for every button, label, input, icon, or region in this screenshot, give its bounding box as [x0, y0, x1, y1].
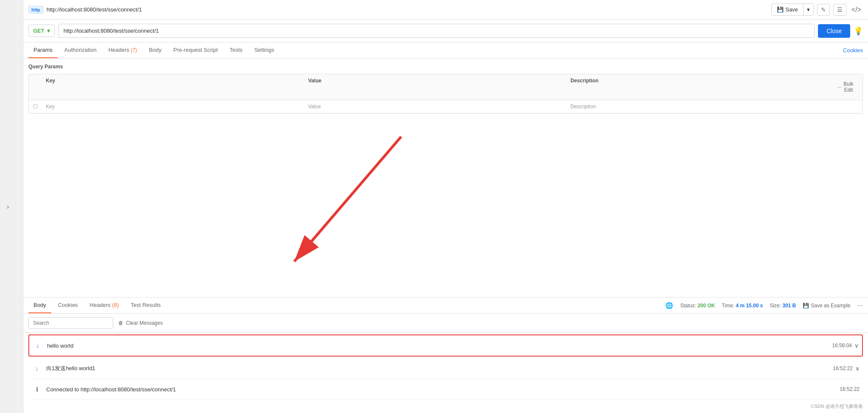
watermark: CSDN @谁不想飞舞青春: [23, 400, 868, 413]
edit-button[interactable]: ✎: [817, 4, 830, 16]
doc-button[interactable]: ☰: [833, 4, 846, 16]
tab-pre-request-script[interactable]: Pre-request Script: [168, 42, 223, 58]
download-icon: ↓: [36, 342, 39, 349]
size-value: 301 B: [782, 303, 796, 309]
save-as-example-button[interactable]: 💾 Save as Example: [803, 303, 850, 309]
info-icon: ℹ: [36, 386, 38, 393]
message-time: 16:52:22 ∨: [833, 365, 860, 372]
params-header-value: Value: [304, 74, 567, 100]
params-header-description: Description: [566, 74, 829, 100]
params-header-key: Key: [42, 74, 304, 100]
tab-headers[interactable]: Headers (7): [103, 42, 142, 58]
request-tabs: Params Authorization Headers (7) Body Pr…: [23, 42, 868, 59]
status-value: 200 OK: [698, 303, 715, 309]
tab-response-test-results[interactable]: Test Results: [126, 298, 166, 313]
query-params-section: Query Params Key Value Description ··· B…: [23, 59, 868, 119]
response-status-bar: 🌐 Status: 200 OK Time: 4 m 15.00 s Size:…: [665, 298, 863, 313]
arrow-annotation: [23, 119, 868, 297]
messages-list: ↓ hello world 16:56:04 ∨ ↓ 向1发送hello wor…: [23, 334, 868, 400]
message-text: 向1发送hello world1: [46, 365, 833, 372]
top-bar-actions: 💾 Save ▾ ✎ ☰ </>: [771, 3, 863, 16]
sidebar-toggle-button[interactable]: ›: [7, 203, 9, 211]
response-more-button[interactable]: ···: [857, 302, 863, 309]
save-disk-icon: 💾: [777, 6, 784, 13]
url-input[interactable]: http://localhost:8080/test/sse/connect/1: [58, 24, 815, 38]
doc-icon: ☰: [837, 6, 843, 13]
response-tabs: Body Cookies Headers (8) Test Results 🌐 …: [23, 298, 868, 314]
code-icon: </>: [851, 6, 861, 13]
tab-response-cookies[interactable]: Cookies: [53, 298, 83, 313]
content-spacer: [23, 119, 868, 297]
params-header-checkbox: [29, 74, 42, 100]
save-button-group: 💾 Save ▾: [771, 3, 814, 16]
url-bar: GET ▾ http://localhost:8080/test/sse/con…: [23, 20, 868, 42]
tab-response-headers[interactable]: Headers (8): [85, 298, 124, 313]
close-button[interactable]: Close: [818, 24, 850, 38]
expand-icon: ∨: [854, 342, 859, 349]
save-dropdown-button[interactable]: ▾: [803, 4, 813, 15]
save-example-icon: 💾: [803, 303, 809, 309]
status-label: Status: 200 OK: [680, 303, 715, 309]
message-item[interactable]: ↓ 向1发送hello world1 16:52:22 ∨: [28, 358, 863, 379]
tab-authorization[interactable]: Authorization: [59, 42, 102, 58]
chevron-down-icon: ▾: [807, 6, 810, 13]
tab-tests[interactable]: Tests: [225, 42, 248, 58]
globe-icon: 🌐: [665, 302, 673, 309]
method-select[interactable]: GET ▾: [28, 25, 55, 37]
message-text: hello world: [47, 343, 832, 349]
message-time: 16:56:04 ∨: [832, 342, 859, 349]
message-icon: ↓: [33, 340, 43, 351]
tab-settings[interactable]: Settings: [249, 42, 279, 58]
message-item[interactable]: ↓ hello world 16:56:04 ∨: [28, 334, 863, 357]
sidebar: [0, 0, 23, 413]
message-time: 16:52:22: [840, 386, 860, 392]
response-section: Body Cookies Headers (8) Test Results 🌐 …: [23, 297, 868, 413]
trash-icon: 🗑: [118, 320, 123, 326]
more-dots-icon: ···: [837, 84, 841, 90]
lightbulb-button[interactable]: 💡: [854, 26, 863, 36]
message-icon: ↓: [32, 363, 42, 374]
lightbulb-icon: 💡: [854, 27, 863, 35]
params-table: Key Value Description ··· Bulk Edit ☐ Ke…: [28, 74, 863, 114]
top-bar: http http://localhost:8080/test/sse/conn…: [23, 0, 868, 20]
params-row-description[interactable]: Description: [566, 100, 829, 113]
cookies-link[interactable]: Cookies: [843, 43, 863, 58]
method-chevron-icon: ▾: [47, 28, 50, 34]
svg-line-1: [294, 137, 401, 261]
time-label: Time: 4 m 15.00 s: [722, 303, 763, 309]
save-button[interactable]: 💾 Save: [772, 4, 803, 15]
download-icon: ↓: [36, 365, 39, 372]
params-header-bulk-edit: ··· Bulk Edit: [829, 74, 862, 100]
params-table-header: Key Value Description ··· Bulk Edit: [29, 74, 862, 100]
tab-params[interactable]: Params: [28, 42, 58, 58]
query-params-title: Query Params: [28, 64, 863, 70]
params-row-value[interactable]: Value: [304, 100, 567, 113]
message-item[interactable]: ℹ Connected to http://localhost:8080/tes…: [28, 379, 863, 400]
http-badge: http: [28, 6, 43, 14]
expand-icon: ∨: [855, 365, 860, 372]
size-label: Size: 301 B: [770, 303, 796, 309]
message-text: Connected to http://localhost:8080/test/…: [46, 386, 840, 393]
params-row: ☐ Key Value Description: [29, 100, 862, 113]
pencil-icon: ✎: [821, 6, 826, 13]
code-button[interactable]: </>: [850, 4, 863, 15]
params-row-actions: [829, 100, 862, 113]
save-label: Save: [785, 6, 798, 13]
params-row-checkbox[interactable]: ☐: [29, 100, 42, 113]
top-bar-url: http://localhost:8080/test/sse/connect/1: [47, 6, 768, 13]
tab-body[interactable]: Body: [144, 42, 167, 58]
search-input[interactable]: [28, 317, 113, 329]
message-icon: ℹ: [32, 384, 42, 394]
time-value: 4 m 15.00 s: [736, 303, 763, 309]
method-label: GET: [33, 28, 45, 34]
clear-messages-button[interactable]: 🗑 Clear Messages: [118, 320, 163, 326]
tab-response-body[interactable]: Body: [28, 298, 51, 313]
bulk-edit-button[interactable]: ··· Bulk Edit: [833, 78, 858, 96]
response-toolbar: 🗑 Clear Messages: [23, 314, 868, 333]
params-row-key[interactable]: Key: [42, 100, 304, 113]
